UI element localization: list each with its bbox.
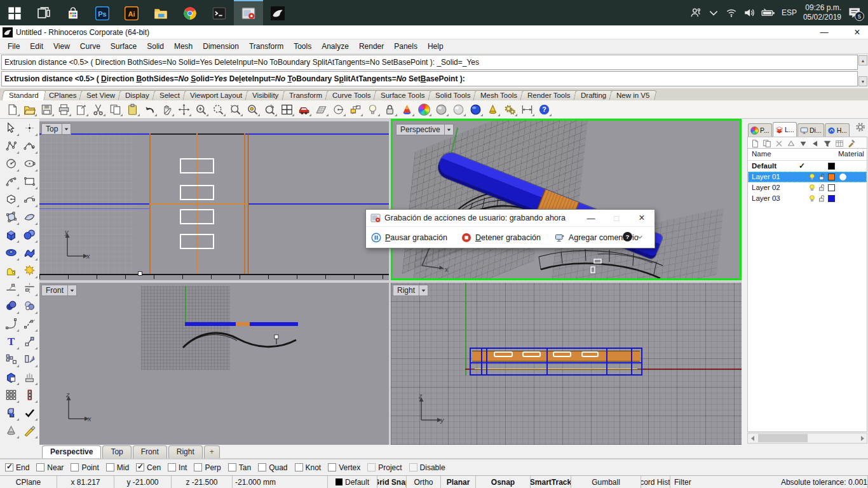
active-layer-swatch[interactable] xyxy=(336,478,342,485)
checkbox[interactable] xyxy=(328,463,336,471)
statusbar-cell[interactable]: CPlane xyxy=(0,476,57,488)
layer-color-swatch[interactable] xyxy=(828,184,835,191)
command-prompt-segment[interactable]: No xyxy=(397,74,407,83)
viewport-menu-caret[interactable] xyxy=(445,124,454,135)
checkbox[interactable] xyxy=(367,463,376,471)
menu-item[interactable]: Curve xyxy=(75,41,105,52)
command-prompt-segment[interactable]: D xyxy=(101,74,107,83)
dialog-close-button[interactable]: × xyxy=(629,210,654,226)
taskbar-photoshop[interactable]: Ps xyxy=(88,0,117,25)
layer-row[interactable]: Default ✓ xyxy=(748,161,867,172)
toolbar-zoom-window[interactable] xyxy=(210,101,227,118)
toolbar-visibility[interactable] xyxy=(364,101,381,118)
layer-visibility-bulb-icon[interactable] xyxy=(808,194,816,202)
toolbar-tab[interactable]: Set View xyxy=(79,90,123,100)
checkbox[interactable] xyxy=(194,463,202,471)
menu-item[interactable]: Help xyxy=(423,41,449,52)
command-prompt-segment[interactable]: irection xyxy=(107,74,137,83)
toolbar-zoom-in[interactable] xyxy=(193,101,210,118)
tool-split[interactable] xyxy=(20,280,38,297)
tool-text[interactable]: T xyxy=(2,333,20,350)
command-prompt-segment[interactable]: No xyxy=(179,74,189,83)
clock[interactable]: 09:26 p.m. 05/02/2019 xyxy=(803,3,841,22)
tool-array-linear[interactable] xyxy=(20,386,38,403)
dialog-titlebar[interactable]: Grabación de acciones de usuario: graban… xyxy=(366,210,654,227)
toolbar-cut[interactable] xyxy=(90,101,107,118)
taskbar-file-explorer[interactable] xyxy=(146,0,175,25)
osnap-toggle[interactable]: Quad xyxy=(258,463,287,472)
tool-select[interactable] xyxy=(2,119,20,137)
menu-item[interactable]: Panels xyxy=(389,41,423,52)
toolbar-tab[interactable]: Transform xyxy=(281,90,329,100)
checkbox[interactable] xyxy=(228,463,236,471)
layer-move-left[interactable] xyxy=(811,139,820,148)
taskbar-start-button[interactable] xyxy=(0,0,29,25)
toolbar-cplane[interactable] xyxy=(313,101,330,118)
toolbar-ghosted-viewport[interactable] xyxy=(450,101,467,118)
panel-horizontal-scrollbar[interactable] xyxy=(747,433,867,444)
toolbar-tab[interactable]: Display xyxy=(118,90,157,100)
toolbar-move[interactable] xyxy=(175,101,193,118)
tool-fillet[interactable] xyxy=(2,315,20,332)
toolbar-render-settings[interactable] xyxy=(416,101,433,118)
toolbar-tab[interactable]: Drafting xyxy=(573,90,614,100)
viewport-front-label[interactable]: Front xyxy=(41,285,77,296)
viewport-front[interactable]: z x Front xyxy=(39,283,389,445)
stop-recording-button[interactable]: Detener grabación xyxy=(461,233,541,243)
wifi-icon[interactable] xyxy=(726,7,737,18)
layer-color-swatch[interactable] xyxy=(828,163,835,170)
viewport-menu-caret[interactable] xyxy=(419,285,428,296)
tool-join[interactable] xyxy=(2,262,20,279)
osnap-toggle[interactable]: Near xyxy=(36,463,64,472)
tool-check[interactable] xyxy=(20,404,38,421)
taskbar-rhino[interactable] xyxy=(263,0,292,25)
command-prompt-segment[interactable]: p xyxy=(339,74,344,83)
layer-color-swatch[interactable] xyxy=(828,195,835,202)
tool-rectangle[interactable] xyxy=(20,173,38,190)
viewport-menu-caret[interactable] xyxy=(68,285,77,296)
viewport-menu-caret[interactable] xyxy=(62,123,71,135)
volume-icon[interactable] xyxy=(743,7,755,18)
tool-copy[interactable] xyxy=(2,351,20,368)
tool-boolean-union[interactable] xyxy=(2,297,20,315)
layer-row[interactable]: Layer 02 ✓ xyxy=(748,182,867,193)
viewport-top-label[interactable]: Top xyxy=(41,123,71,135)
osnap-toggle[interactable]: Mid xyxy=(106,463,129,472)
command-scroll-down[interactable]: ▼ xyxy=(858,76,867,86)
toolbar-lock[interactable] xyxy=(381,101,398,118)
panel-tab-properties[interactable]: P... xyxy=(748,123,772,137)
toolbar-new-file[interactable] xyxy=(4,101,21,118)
menu-item[interactable]: Surface xyxy=(105,41,142,52)
tool-explode[interactable] xyxy=(20,262,38,279)
column-material[interactable]: Material xyxy=(838,150,864,158)
statusbar-cell[interactable]: Grid Snap xyxy=(377,476,407,488)
layer-material-icon[interactable] xyxy=(839,173,847,181)
panel-settings-gear-icon[interactable] xyxy=(855,121,866,133)
close-button[interactable]: × xyxy=(846,25,868,39)
layer-name[interactable]: Layer 03 xyxy=(752,194,780,202)
layer-visibility-bulb-icon[interactable] xyxy=(808,184,816,191)
menu-item[interactable]: Analyze xyxy=(316,41,354,52)
layer-delete[interactable] xyxy=(775,139,783,148)
toolbar-copy[interactable] xyxy=(107,101,124,118)
statusbar-cell[interactable]: Absolute tolerance: 0.001 xyxy=(781,476,868,488)
statusbar-cell[interactable]: Default xyxy=(328,476,377,488)
command-history[interactable]: Extrusion distance <0.5> ( Direction Bot… xyxy=(1,55,858,70)
taskbar-illustrator[interactable]: Ai xyxy=(117,0,146,25)
tool-ellipse[interactable] xyxy=(20,155,38,172)
tool-polyline[interactable] xyxy=(2,137,20,154)
layer-lock-icon[interactable] xyxy=(818,173,825,180)
osnap-toggle[interactable]: Disable xyxy=(409,463,445,472)
layer-name[interactable]: Layer 02 xyxy=(752,184,780,191)
viewport-tab-new[interactable]: + xyxy=(204,445,220,458)
tool-surface-corner[interactable] xyxy=(20,208,38,226)
taskbar-screen-recorder[interactable] xyxy=(234,0,263,25)
layer-move-up[interactable] xyxy=(787,139,796,148)
menu-item[interactable]: Dimension xyxy=(198,41,244,52)
tool-trim[interactable] xyxy=(2,280,20,297)
viewport-top[interactable]: y x Top xyxy=(39,121,389,280)
tool-extrude[interactable] xyxy=(20,369,38,386)
command-prompt-segment[interactable]: Extrusion distance <0.5> ( xyxy=(4,74,101,83)
tool-arc[interactable] xyxy=(2,173,20,190)
command-scroll-up[interactable]: ▲ xyxy=(858,55,867,65)
